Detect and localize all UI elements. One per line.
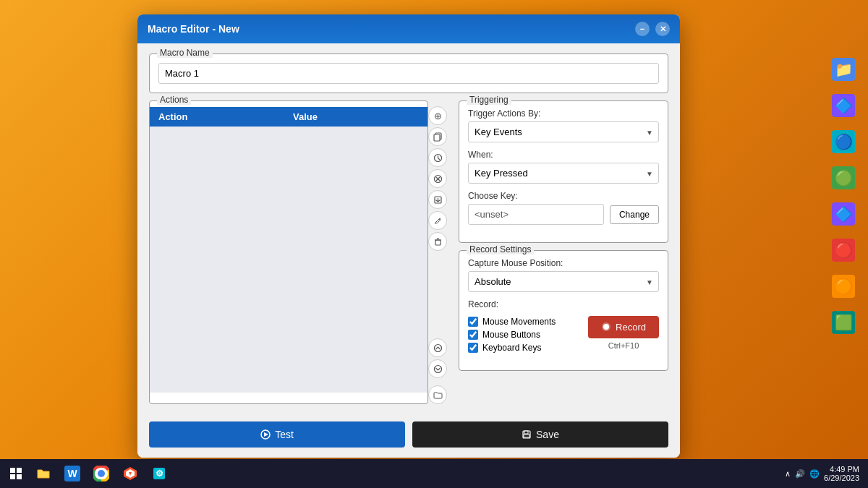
svg-line-8 [439,219,441,221]
keyboard-keys-row[interactable]: Keyboard Keys [468,343,556,353]
svg-point-12 [434,344,441,351]
system-tray-arrow[interactable]: ∧ [785,469,791,479]
keyboard-keys-checkbox[interactable] [468,343,478,353]
capture-select[interactable]: Absolute Relative None [468,271,659,292]
desktop-icon-7[interactable]: 🟠 [826,275,861,298]
clock[interactable]: 4:49 PM 6/29/2023 [824,465,859,482]
delete-action-button[interactable] [428,232,447,251]
desktop-icon-5[interactable]: 🔷 [826,202,861,226]
col-action-header: Action [150,111,293,122]
svg-rect-9 [435,240,441,245]
network-icon[interactable]: 🌐 [809,469,820,479]
mouse-movements-row[interactable]: Mouse Movements [468,317,556,327]
taskbar-file-explorer[interactable] [30,461,56,487]
save-button[interactable]: Save [412,421,668,448]
record-button[interactable]: Record [588,316,659,338]
macro-name-input[interactable] [158,63,659,84]
volume-icon[interactable]: 🔊 [795,469,805,479]
mouse-buttons-checkbox[interactable] [468,330,478,340]
macro-name-legend: Macro Name [157,48,213,58]
start-button[interactable] [3,461,29,487]
mouse-buttons-row[interactable]: Mouse Buttons [468,330,556,340]
minimize-button[interactable]: − [635,22,650,36]
record-row: Mouse Movements Mouse Buttons Keyboard K… [468,312,659,353]
taskbar: W ⚙ [0,459,868,488]
dialog-footer: Test Save [137,414,680,458]
right-panel: Triggering Trigger Actions By: Key Event… [459,100,668,404]
taskbar-brave[interactable] [117,461,143,487]
close-button[interactable]: ✕ [655,22,670,36]
record-shortcut: Ctrl+F10 [608,341,639,350]
actions-side-buttons: ⊕ [428,100,450,404]
record-settings-fieldset: Record Settings Capture Mouse Position: … [459,250,668,371]
svg-rect-20 [524,435,529,437]
svg-rect-1 [434,134,440,141]
triggering-legend: Triggering [467,95,511,105]
macro-editor-dialog: Macro Editor - New − ✕ Macro Name [137,14,680,458]
actions-fieldset: Actions Action Value [149,100,428,404]
dialog-content: Actions Action Value ⊕ [149,100,668,404]
dialog-title: Macro Editor - New [148,23,239,35]
actions-table-header: Action Value [150,107,427,127]
taskbar-app[interactable]: ⚙ [146,461,172,487]
folder-button[interactable] [428,385,447,404]
copy-action-button[interactable] [428,127,447,146]
actions-body [150,127,427,393]
desktop: 📁 🔷 🔵 🟢 🔷 🔴 🟠 🟩 Macro Editor - New [0,0,868,488]
actions-legend: Actions [157,95,191,105]
when-label: When: [468,150,659,160]
actions-wrapper: Actions Action Value ⊕ [149,100,450,404]
dialog-body: Macro Name Actions Action Value [137,43,680,414]
time: 4:49 PM [824,465,859,474]
desktop-icon-8[interactable]: 🟩 [826,311,861,334]
col-value-header: Value [293,111,427,122]
record-settings-legend: Record Settings [467,244,534,254]
macro-name-group: Macro Name [149,53,668,93]
cancel-action-button[interactable] [428,169,447,188]
choose-key-group: Choose Key: <unset> Change [468,191,659,225]
svg-point-15 [603,324,609,330]
edit-action-button[interactable] [428,211,447,230]
import-action-button[interactable] [428,190,447,209]
change-key-button[interactable]: Change [610,205,659,224]
trigger-by-group: Trigger Actions By: Key Events Mouse Eve… [468,108,659,142]
taskbar-chrome[interactable] [88,461,114,487]
taskbar-right: ∧ 🔊 🌐 4:49 PM 6/29/2023 [785,465,865,482]
history-action-button[interactable] [428,148,447,167]
choose-key-label: Choose Key: [468,191,659,201]
capture-mouse-group: Capture Mouse Position: Absolute Relativ… [468,258,659,292]
desktop-icon-3[interactable]: 🔵 [826,130,861,153]
choose-key-row: <unset> Change [468,204,659,225]
desktop-icon-6[interactable]: 🔴 [826,239,861,262]
taskbar-word[interactable]: W [59,461,85,487]
desktop-icon-2[interactable]: 🔷 [826,94,861,117]
mouse-buttons-label: Mouse Buttons [482,330,540,340]
mouse-movements-checkbox[interactable] [468,317,478,327]
when-select[interactable]: Key Pressed Key Released Key Held [468,163,659,184]
trigger-select[interactable]: Key Events Mouse Events Window Events [468,121,659,142]
move-down-button[interactable] [428,359,447,378]
record-options: Mouse Movements Mouse Buttons Keyboard K… [468,317,556,353]
test-button-label: Test [275,429,294,440]
when-group: When: Key Pressed Key Released Key Held … [468,150,659,184]
triggering-fieldset: Triggering Trigger Actions By: Key Event… [459,100,668,243]
record-button-label: Record [616,322,646,333]
svg-text:⚙: ⚙ [156,468,163,479]
capture-select-wrapper: Absolute Relative None ▼ [468,271,659,292]
actions-panel: Actions Action Value ⊕ [149,100,450,404]
svg-point-22 [98,470,105,477]
trigger-select-wrapper: Key Events Mouse Events Window Events ▼ [468,121,659,142]
capture-mouse-label: Capture Mouse Position: [468,258,659,268]
dialog-titlebar: Macro Editor - New − ✕ [137,14,680,43]
svg-marker-17 [264,432,268,437]
desktop-icon-1[interactable]: 📁 [826,58,861,81]
windows-logo-icon [10,468,22,479]
add-action-button[interactable]: ⊕ [428,106,447,125]
actions-main: Actions Action Value [149,100,428,404]
mouse-movements-label: Mouse Movements [482,317,556,327]
date: 6/29/2023 [824,474,859,482]
desktop-icon-4[interactable]: 🟢 [826,166,861,189]
test-button[interactable]: Test [149,421,405,448]
record-label: Record: [468,299,659,309]
move-up-button[interactable] [428,338,447,357]
